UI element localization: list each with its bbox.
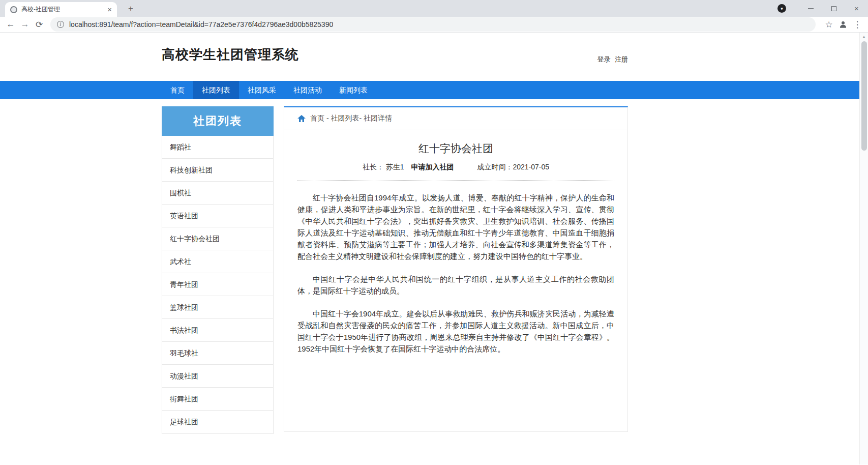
window-close-button[interactable]: ×	[845, 0, 868, 17]
home-icon	[297, 115, 306, 122]
forward-button[interactable]: →	[18, 17, 32, 32]
team-title: 红十字协会社团	[284, 141, 627, 156]
tab-title: 高校-社团管理	[21, 5, 104, 14]
sidebar-item[interactable]: 书法社团	[162, 319, 273, 342]
page-viewport: 高校学生社团管理系统 登录 注册 首页 社团列表 社团风采 社团活动 新闻列表 …	[0, 33, 868, 464]
sidebar-list: 舞蹈社 科技创新社团 围棋社 英语社团 红十字协会社团 武术社 青年社团 篮球社…	[162, 136, 274, 434]
tab-close-icon[interactable]: ×	[107, 6, 112, 13]
sidebar-item[interactable]: 街舞社团	[162, 388, 273, 411]
team-founded-label: 成立时间：2021-07-05	[477, 163, 549, 171]
sidebar-item[interactable]: 羽毛球社	[162, 342, 273, 365]
nav-item-home[interactable]: 首页	[162, 81, 193, 99]
page-info-icon[interactable]: i	[57, 21, 64, 28]
window-controls: ▾ ×	[777, 0, 868, 17]
team-leader-label: 社长： 苏生1	[363, 163, 404, 171]
person-icon	[839, 20, 848, 29]
new-tab-button[interactable]: +	[124, 4, 137, 14]
sidebar-item[interactable]: 科技创新社团	[162, 159, 273, 182]
reload-button[interactable]: ⟳	[32, 17, 46, 32]
breadcrumb-text: 首页 - 社团列表- 社团详情	[310, 114, 392, 123]
scrollbar-thumb[interactable]	[861, 41, 867, 151]
browser-tabstrip: 高校-社团管理 × + ▾ ×	[0, 0, 868, 17]
scrollbar-up-arrow[interactable]: ▲	[860, 33, 868, 41]
url-bar[interactable]: i localhost:891/team/f?action=teamDetail…	[50, 17, 816, 32]
browser-update-icon[interactable]: ▾	[777, 4, 786, 13]
site-header: 高校学生社团管理系统 登录 注册	[0, 33, 859, 81]
team-detail-panel: 首页 - 社团列表- 社团详情 红十字协会社团 社长： 苏生1 申请加入社团 成…	[284, 106, 628, 432]
bookmark-star-icon[interactable]: ☆	[822, 17, 836, 32]
back-button[interactable]: ←	[4, 17, 18, 32]
content-area: 社团列表 舞蹈社 科技创新社团 围棋社 英语社团 红十字协会社团 武术社 青年社…	[162, 106, 628, 434]
team-description: 红十字协会社团自1994年成立。以发扬人道、博爱、奉献的红十字精神，保护人的生命…	[284, 192, 627, 370]
login-link[interactable]: 登录	[597, 55, 610, 63]
register-link[interactable]: 注册	[615, 55, 628, 63]
sidebar-item[interactable]: 武术社	[162, 250, 273, 273]
profile-avatar-icon[interactable]	[836, 17, 850, 32]
team-paragraph: 中国红十字会是中华人民共和国统一的红十字组织，是从事人道主义工作的社会救助团体，…	[297, 273, 614, 297]
page-scrollbar: ▲	[859, 33, 868, 464]
sidebar-item[interactable]: 青年社团	[162, 273, 273, 296]
browser-menu-icon[interactable]: ⋮	[850, 17, 864, 32]
team-paragraph: 红十字协会社团自1994年成立。以发扬人道、博爱、奉献的红十字精神，保护人的生命…	[297, 192, 614, 262]
sidebar-item[interactable]: 动漫社团	[162, 365, 273, 388]
nav-item-team-style[interactable]: 社团风采	[239, 81, 285, 99]
browser-tab[interactable]: 高校-社团管理 ×	[5, 2, 117, 17]
window-maximize-button[interactable]	[822, 0, 845, 17]
sidebar-item[interactable]: 围棋社	[162, 182, 273, 205]
sidebar-item[interactable]: 英语社团	[162, 205, 273, 227]
window-minimize-button[interactable]	[799, 0, 822, 17]
auth-links: 登录 注册	[594, 55, 628, 64]
sidebar-item[interactable]: 篮球社团	[162, 296, 273, 319]
breadcrumb[interactable]: 首页 - 社团列表- 社团详情	[284, 107, 627, 130]
sidebar-title: 社团列表	[162, 106, 274, 136]
sidebar-item[interactable]: 红十字协会社团	[162, 227, 273, 250]
nav-item-news-list[interactable]: 新闻列表	[331, 81, 376, 99]
team-meta: 社长： 苏生1 申请加入社团 成立时间：2021-07-05	[297, 163, 614, 181]
team-paragraph: 中国红十字会1904年成立。建会以后从事救助难民、救护伤兵和赈济灾民活动，为减轻…	[297, 308, 614, 355]
main-nav: 首页 社团列表 社团风采 社团活动 新闻列表	[0, 81, 859, 99]
nav-item-team-list[interactable]: 社团列表	[193, 81, 239, 99]
sidebar-item[interactable]: 足球社团	[162, 411, 273, 433]
page: 高校学生社团管理系统 登录 注册 首页 社团列表 社团风采 社团活动 新闻列表 …	[0, 33, 859, 464]
browser-toolbar: ← → ⟳ i localhost:891/team/f?action=team…	[0, 17, 868, 33]
sidebar-item[interactable]: 舞蹈社	[162, 136, 273, 159]
nav-item-team-activity[interactable]: 社团活动	[285, 81, 331, 99]
tab-favicon-icon	[10, 6, 17, 13]
site-title: 高校学生社团管理系统	[162, 46, 299, 64]
url-text: localhost:891/team/f?action=teamDetail&i…	[69, 20, 333, 28]
sidebar: 社团列表 舞蹈社 科技创新社团 围棋社 英语社团 红十字协会社团 武术社 青年社…	[162, 106, 274, 434]
join-team-link[interactable]: 申请加入社团	[411, 163, 454, 171]
